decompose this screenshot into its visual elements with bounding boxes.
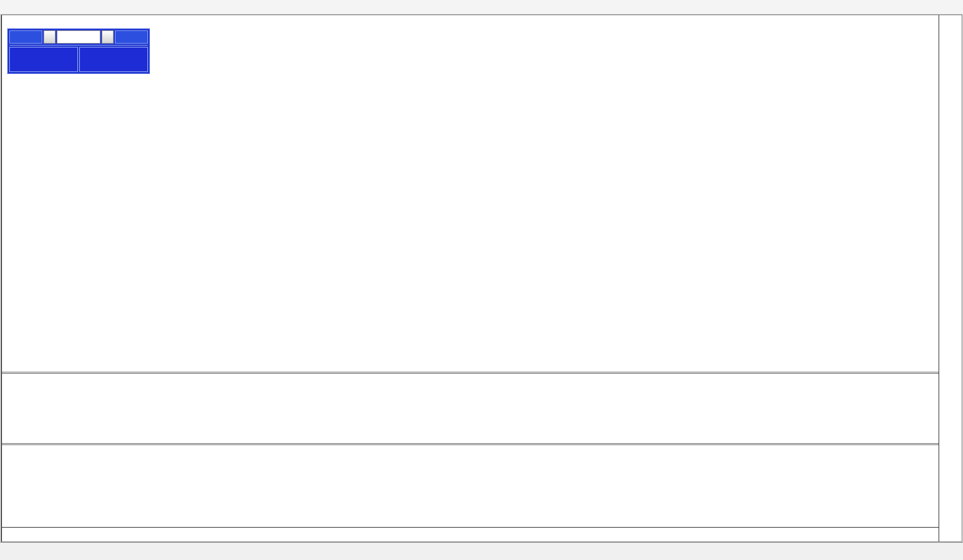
macd-chart[interactable] — [2, 374, 939, 443]
buy-price-box[interactable] — [79, 47, 148, 72]
volume-decrease-button[interactable] — [44, 30, 55, 44]
chart-title — [7, 17, 14, 25]
volume-increase-button[interactable] — [102, 30, 114, 44]
volume-input[interactable] — [57, 30, 100, 44]
macd-indicator-pane[interactable] — [2, 374, 939, 443]
price-axis — [939, 15, 962, 542]
buy-button[interactable] — [115, 30, 148, 44]
chart-window — [1, 15, 962, 542]
timeframe-toolbar — [0, 0, 963, 15]
main-price-pane[interactable] — [2, 15, 939, 372]
symbol-tab-bar — [0, 542, 963, 558]
chart-plot-area[interactable] — [1, 15, 939, 542]
sell-button[interactable] — [9, 30, 42, 44]
sell-price-box[interactable] — [9, 47, 78, 72]
rsi-indicator-pane[interactable] — [2, 445, 939, 527]
one-click-trading-panel — [7, 28, 150, 74]
date-axis — [2, 527, 939, 542]
mt4-window — [0, 0, 963, 560]
rsi-chart[interactable] — [2, 445, 939, 527]
